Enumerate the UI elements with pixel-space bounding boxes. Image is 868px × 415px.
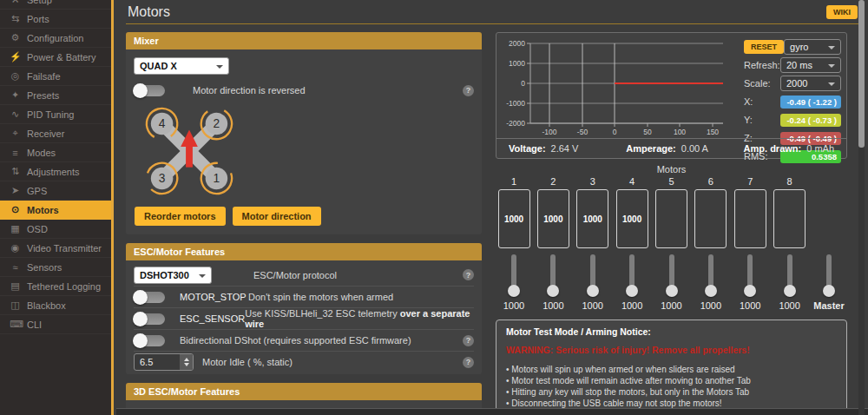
scrollbar[interactable] — [858, 0, 865, 415]
app-window: ⚒Setup⇆Ports⚙Configuration⚡Power & Batte… — [0, 0, 868, 415]
sidebar-item-blackbox[interactable]: ◫Blackbox — [0, 296, 111, 315]
motor-slider-8[interactable] — [787, 254, 792, 291]
motor-column-4: 410001000 — [615, 176, 648, 312]
sidebar-item-video-transmitter[interactable]: ◉Video Transmitter — [0, 239, 111, 258]
graph-source-select[interactable]: gyro — [784, 39, 841, 55]
motor-slider-1[interactable] — [511, 254, 516, 291]
motor-value-box: 1000 — [498, 189, 530, 248]
help-icon[interactable]: ? — [463, 85, 474, 96]
y-value-badge: -0.24 ( -0.73 ) — [780, 114, 841, 127]
sidebar-item-receiver[interactable]: ⌖Receiver — [0, 124, 111, 143]
motor-number: 1 — [511, 176, 516, 189]
cli-icon: ⌨ — [10, 319, 21, 330]
sidebar: ⚒Setup⇆Ports⚙Configuration⚡Power & Batte… — [0, 0, 114, 415]
presets-icon: ✦ — [10, 89, 21, 101]
main-content: Motors WIKI Mixer QUAD X — [114, 0, 868, 415]
motor-column-1: 110001000 — [497, 176, 530, 312]
sidebar-item-label: Presets — [27, 90, 59, 101]
x-tick-labels: -100-50050100150 — [542, 128, 719, 136]
mixer-panel-header: Mixer — [126, 32, 482, 49]
svg-text:0: 0 — [521, 79, 525, 88]
motor-slider-3[interactable] — [590, 254, 595, 291]
motor-idle-input[interactable]: 6.5 — [134, 353, 194, 371]
motor-idle-stepper[interactable] — [180, 354, 193, 370]
master-slider[interactable] — [826, 254, 832, 291]
wiki-button[interactable]: WIKI — [826, 5, 858, 19]
svg-text:50: 50 — [643, 128, 652, 136]
esc-3d-header: 3D ESC/Motor Features — [126, 383, 482, 400]
gyro-graph: 200010000-1000-2000 -100-50050100150 — [501, 36, 728, 141]
sidebar-item-label: Configuration — [27, 33, 83, 43]
motor-direction-button[interactable]: Motor direction — [233, 207, 321, 226]
motor-stop-desc: Don't spin the motors when armed — [248, 292, 393, 302]
mixer-type-select[interactable]: QUAD X — [134, 57, 229, 75]
notice-title: Motor Test Mode / Arming Notice: — [506, 326, 837, 338]
motor-column-master: Master — [812, 176, 845, 312]
motor-number-bottom-left: 3 — [159, 172, 166, 185]
amperage-value: 0.00 A — [681, 143, 708, 154]
sidebar-item-motors[interactable]: ⊙Motors — [0, 201, 111, 220]
sidebar-item-configuration[interactable]: ⚙Configuration — [0, 29, 111, 48]
sidebar-item-label: Modes — [27, 148, 56, 158]
sidebar-item-label: Setup — [27, 0, 52, 5]
sidebar-item-modes[interactable]: ≡Modes — [0, 143, 111, 162]
motor-number: 7 — [747, 176, 753, 189]
sidebar-item-osd[interactable]: ▦OSD — [0, 220, 111, 239]
sidebar-item-power-battery[interactable]: ⚡Power & Battery — [0, 48, 111, 67]
help-icon[interactable]: ? — [463, 357, 474, 368]
refresh-select[interactable]: 20 ms — [780, 57, 841, 73]
motor-slider-6[interactable] — [708, 254, 713, 291]
reorder-motors-button[interactable]: Reorder motors — [135, 207, 226, 226]
bidirectional-dshot-toggle[interactable] — [134, 335, 165, 346]
motor-idle-label: Motor Idle ( %, static) — [202, 357, 293, 367]
amp-drawn-label: Amp. drawn: — [744, 143, 802, 154]
sidebar-item-cli[interactable]: ⌨CLI — [0, 315, 111, 334]
sidebar-item-ports[interactable]: ⇆Ports — [0, 10, 111, 29]
esc-protocol-select[interactable]: DSHOT300 — [134, 267, 212, 284]
video-transmitter-icon: ◉ — [10, 242, 21, 254]
scale-select[interactable]: 2000 — [780, 76, 841, 91]
setup-icon: ⚒ — [10, 0, 21, 5]
mixer-panel: Mixer QUAD X Motor direction is reversed… — [126, 32, 482, 234]
page-title: Motors — [128, 4, 170, 20]
svg-text:-100: -100 — [542, 128, 556, 136]
motor-stop-toggle[interactable] — [134, 292, 165, 303]
motor-slider-7[interactable] — [747, 254, 753, 291]
reset-button[interactable]: RESET — [744, 40, 784, 54]
mixer-type-value: QUAD X — [140, 61, 177, 71]
help-icon[interactable]: ? — [463, 335, 474, 346]
motor-columns: 1100010002100010003100010004100010005100… — [496, 176, 847, 312]
sidebar-item-sensors[interactable]: ≈Sensors — [0, 258, 111, 277]
amp-drawn-value: 0 mAh — [806, 143, 834, 154]
sidebar-item-label: Video Transmitter — [27, 243, 102, 254]
scrollbar-thumb[interactable] — [858, 0, 865, 148]
motor-slider-4[interactable] — [629, 254, 635, 291]
sidebar-item-gps[interactable]: ➤GPS — [0, 181, 111, 201]
power-battery-icon: ⚡ — [10, 51, 21, 63]
sidebar-item-label: GPS — [27, 186, 47, 196]
esc-sensor-toggle[interactable] — [134, 313, 165, 325]
motor-number: 3 — [590, 176, 595, 189]
motors-test-block: Motors 110001000210001000310001000410001… — [496, 164, 847, 312]
motor-slider-5[interactable] — [669, 254, 674, 291]
motor-idle-value: 6.5 — [135, 354, 180, 370]
motor-column-5: 51000 — [655, 176, 688, 312]
refresh-label: Refresh: — [744, 60, 780, 70]
sidebar-item-label: CLI — [27, 319, 42, 330]
sidebar-item-failsafe[interactable]: ◎Failsafe — [0, 67, 111, 86]
sidebar-item-setup[interactable]: ⚒Setup — [0, 0, 111, 10]
motor-slider-2[interactable] — [550, 254, 556, 291]
sidebar-item-presets[interactable]: ✦Presets — [0, 86, 111, 105]
sidebar-item-label: Ports — [27, 14, 49, 24]
motor-direction-reversed-toggle[interactable] — [134, 85, 165, 96]
sidebar-item-pid-tuning[interactable]: ∿PID Tuning — [0, 105, 111, 124]
motor-stop-name: MOTOR_STOP — [180, 292, 248, 302]
svg-text:-2000: -2000 — [506, 119, 525, 128]
motor-number-top-right: 2 — [214, 117, 220, 130]
sidebar-item-tethered-logging[interactable]: ▤Tethered Logging — [0, 277, 111, 296]
notice-bullet: Motor test mode will remain active after… — [506, 375, 837, 386]
svg-text:-50: -50 — [577, 128, 589, 136]
sidebar-item-adjustments[interactable]: ⇅Adjustments — [0, 162, 111, 181]
svg-text:-1000: -1000 — [506, 99, 525, 108]
help-icon[interactable]: ? — [463, 269, 474, 280]
